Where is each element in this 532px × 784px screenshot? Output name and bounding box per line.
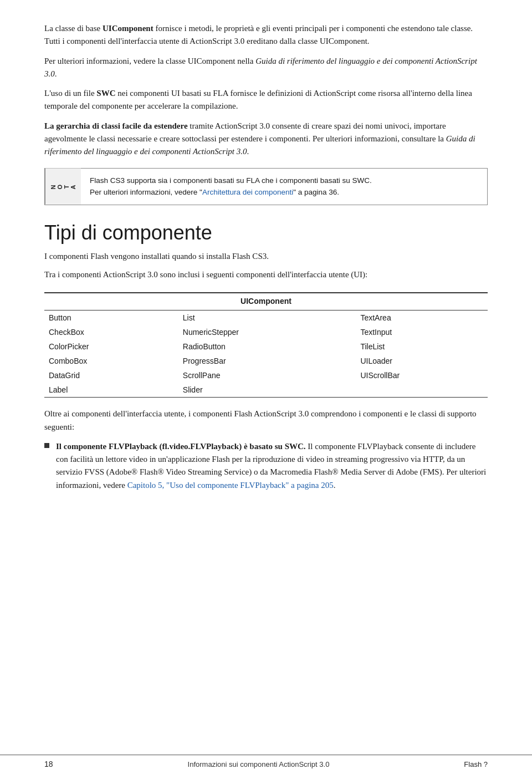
bullet-text: Il componente FLVPlayback (fl.video.FLVP… xyxy=(56,440,488,492)
flvplayback-link[interactable]: Capitolo 5, "Uso del componente FLVPlayb… xyxy=(127,481,334,490)
bullet-list: Il componente FLVPlayback (fl.video.FLVP… xyxy=(44,440,488,492)
table-cell: ColorPicker xyxy=(44,339,178,354)
page-container: La classe di base UIComponent fornisce i… xyxy=(0,0,532,784)
list-item: Il componente FLVPlayback (fl.video.FLVP… xyxy=(44,440,488,492)
table-cell: Button xyxy=(44,310,178,325)
table-cell: TextArea xyxy=(356,310,488,325)
table-row: CheckBox NumericStepper TextInput xyxy=(44,325,488,339)
table-cell: Slider xyxy=(178,383,356,398)
table-cell: CheckBox xyxy=(44,325,178,339)
paragraph-1: La classe di base UIComponent fornisce i… xyxy=(44,22,488,48)
after-table-text: Oltre ai componenti dell'interfaccia ute… xyxy=(44,408,488,434)
note-line2-suffix: " a pagina 36. xyxy=(293,188,339,196)
table-cell: UIScrollBar xyxy=(356,368,488,383)
note-label: NOTA xyxy=(45,169,81,205)
table-cell: Label xyxy=(44,383,178,398)
table-cell: TextInput xyxy=(356,325,488,339)
table-header: UIComponent xyxy=(44,293,488,310)
note-line2-prefix: Per ulteriori informazioni, vedere " xyxy=(90,188,202,196)
uicomponent-table-wrap: UIComponent Button List TextArea CheckBo… xyxy=(44,292,488,398)
table-cell: ScrollPane xyxy=(178,368,356,383)
page-number: 18 xyxy=(44,760,53,768)
table-cell: DataGrid xyxy=(44,368,178,383)
table-cell: UILoader xyxy=(356,354,488,368)
table-cell: ComboBox xyxy=(44,354,178,368)
table-row: Label Slider xyxy=(44,383,488,398)
table-cell: TileList xyxy=(356,339,488,354)
bullet-icon xyxy=(44,443,49,448)
table-cell: List xyxy=(178,310,356,325)
table-row: ComboBox ProgressBar UILoader xyxy=(44,354,488,368)
footer-section-title: Informazioni sui componenti ActionScript… xyxy=(188,760,330,768)
note-box: NOTA Flash CS3 supporta sia i componenti… xyxy=(44,168,488,205)
table-cell: ProgressBar xyxy=(178,354,356,368)
table-row: ColorPicker RadioButton TileList xyxy=(44,339,488,354)
note-content: Flash CS3 supporta sia i componenti basa… xyxy=(81,169,381,205)
page-footer: 18 Informazioni sui componenti ActionScr… xyxy=(0,755,532,768)
table-row: DataGrid ScrollPane UIScrollBar xyxy=(44,368,488,383)
section-heading: Tipi di componente xyxy=(44,221,488,245)
table-cell: RadioButton xyxy=(178,339,356,354)
section-intro-1: I componenti Flash vengono installati qu… xyxy=(44,250,488,263)
table-row: Button List TextArea xyxy=(44,310,488,325)
note-line1: Flash CS3 supporta sia i componenti basa… xyxy=(90,176,372,185)
footer-right-text: Flash ? xyxy=(464,760,488,768)
section-intro-2: Tra i componenti ActionScript 3.0 sono i… xyxy=(44,268,488,281)
paragraph-4: La gerarchia di classi facile da estende… xyxy=(44,120,488,159)
table-cell xyxy=(356,383,488,398)
paragraph-3: L'uso di un file SWC nei componenti UI b… xyxy=(44,87,488,113)
uicomponent-table: UIComponent Button List TextArea CheckBo… xyxy=(44,292,488,398)
note-link[interactable]: Architettura dei componenti xyxy=(202,188,293,196)
paragraph-2: Per ulteriori informazioni, vedere la cl… xyxy=(44,55,488,81)
table-cell: NumericStepper xyxy=(178,325,356,339)
